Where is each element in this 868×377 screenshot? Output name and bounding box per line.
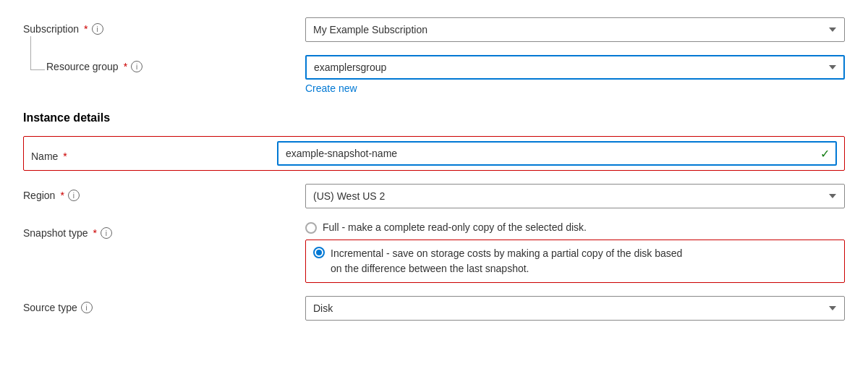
name-label: Name (31, 151, 58, 162)
name-input[interactable] (277, 141, 837, 166)
subscription-select-wrapper: My Example Subscription (305, 17, 845, 42)
source-type-label: Source type (23, 302, 77, 313)
snapshot-type-options: Full - make a complete read-only copy of… (305, 221, 845, 283)
name-input-wrapper: ✓ (277, 141, 837, 166)
resource-group-label-area: Resource group * i (23, 55, 305, 72)
region-label-col: Region * i (23, 184, 305, 201)
snapshot-full-option: Full - make a complete read-only copy of… (305, 221, 845, 234)
snapshot-incremental-radio[interactable] (313, 247, 325, 258)
resource-group-select[interactable]: examplersgroup (305, 55, 845, 80)
region-select-wrapper: (US) West US 2 (305, 184, 845, 208)
resource-group-control: examplersgroup Create new (305, 55, 845, 94)
incremental-line1: Incremental - save on storage costs by m… (331, 247, 682, 259)
source-type-row: Source type i Disk (23, 296, 845, 321)
region-row: Region * i (US) West US 2 (23, 184, 845, 208)
name-row: Name * ✓ (23, 136, 845, 171)
snapshot-type-label-col: Snapshot type * i (23, 221, 305, 239)
name-valid-check-icon: ✓ (820, 147, 830, 161)
snapshot-incremental-box: Incremental - save on storage costs by m… (305, 240, 845, 283)
snapshot-type-control: Full - make a complete read-only copy of… (305, 221, 845, 283)
subscription-select[interactable]: My Example Subscription (305, 17, 845, 42)
snapshot-type-required: * (93, 227, 97, 239)
subscription-required: * (84, 23, 88, 35)
source-type-select-wrapper: Disk (305, 296, 845, 321)
source-type-label-col: Source type i (23, 296, 305, 313)
region-select[interactable]: (US) West US 2 (305, 184, 845, 208)
region-label: Region (23, 190, 55, 201)
indent-horizontal-line (30, 69, 45, 70)
resource-group-row: Resource group * i examplersgroup Create… (23, 55, 845, 94)
snapshot-type-label: Snapshot type (23, 227, 88, 239)
snapshot-full-radio[interactable] (305, 222, 317, 234)
create-new-link[interactable]: Create new (305, 82, 357, 94)
subscription-control: My Example Subscription (305, 17, 845, 42)
incremental-line2: on the difference between the last snaps… (331, 263, 529, 274)
subscription-label-col: Subscription * i (23, 17, 305, 35)
name-label-col: Name * (31, 145, 277, 162)
resource-group-required: * (124, 61, 127, 72)
resource-group-label-col: Resource group * i (46, 55, 142, 72)
indent-connector (23, 55, 46, 62)
indent-vertical-line (30, 36, 31, 69)
subscription-info-icon[interactable]: i (92, 23, 103, 35)
snapshot-incremental-label: Incremental - save on storage costs by m… (331, 246, 682, 276)
region-control: (US) West US 2 (305, 184, 845, 208)
source-type-select[interactable]: Disk (305, 296, 845, 321)
snapshot-type-info-icon[interactable]: i (101, 227, 112, 239)
region-required: * (60, 190, 64, 201)
region-info-icon[interactable]: i (68, 190, 80, 201)
instance-details-title: Instance details (23, 111, 845, 124)
subscription-label: Subscription (23, 23, 79, 35)
resource-group-label: Resource group (46, 61, 119, 72)
resource-group-select-wrapper: examplersgroup (305, 55, 845, 80)
snapshot-full-label: Full - make a complete read-only copy of… (323, 221, 587, 233)
name-required: * (63, 151, 67, 162)
resource-group-info-icon[interactable]: i (131, 61, 142, 72)
source-type-control: Disk (305, 296, 845, 321)
snapshot-type-row: Snapshot type * i Full - make a complete… (23, 221, 845, 283)
subscription-row: Subscription * i My Example Subscription (23, 17, 845, 42)
source-type-info-icon[interactable]: i (81, 302, 93, 313)
